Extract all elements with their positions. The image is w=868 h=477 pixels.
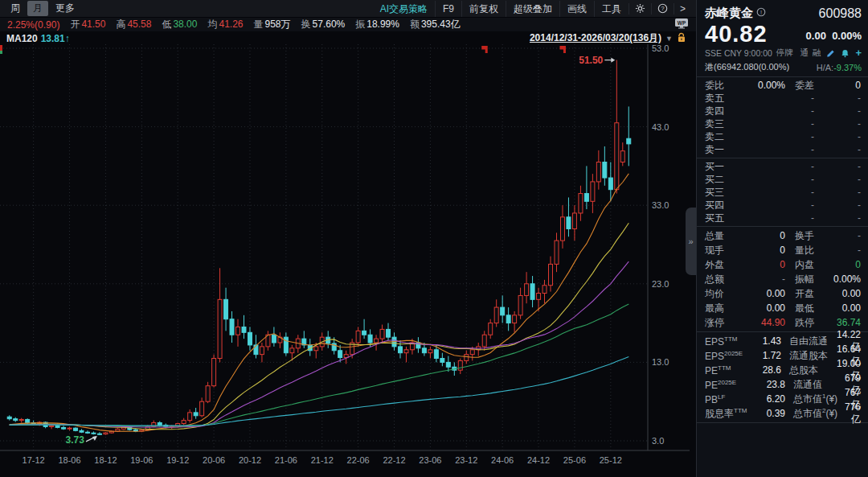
order-level-row: 买三-- — [697, 186, 868, 199]
svg-text:19-12: 19-12 — [166, 455, 189, 465]
ask-levels: 卖五--卖四--卖三--卖二--卖一-- — [697, 92, 868, 156]
menu-item-2[interactable]: 前复权 — [461, 1, 506, 17]
order-level-row: 买四-- — [697, 199, 868, 212]
wp-monitor-icon[interactable]: WP — [674, 18, 689, 31]
badge-tong: 通 — [800, 47, 809, 59]
svg-text:23-12: 23-12 — [455, 455, 477, 465]
svg-text:25-12: 25-12 — [600, 455, 622, 465]
tab-week[interactable]: 周 — [5, 1, 26, 16]
add-icon[interactable]: + — [855, 49, 862, 57]
order-level-row: 卖四-- — [697, 105, 868, 117]
high-annotation: 51.50 — [579, 55, 603, 66]
svg-text:17-12: 17-12 — [23, 455, 45, 465]
price-change: 0.00 0.00% — [806, 30, 862, 46]
ma-line-MA120 — [10, 357, 629, 426]
kline-chart[interactable]: 53.043.033.023.013.03.017-1218-0618-1219… — [0, 44, 690, 477]
chart-header: MA12013.81↑ 2014/12/31-2026/03/20(136月) … — [0, 32, 690, 44]
svg-text:21-06: 21-06 — [275, 455, 297, 465]
stat-item-6: 换57.60% — [301, 18, 346, 31]
tab-more[interactable]: 更多 — [50, 1, 80, 16]
last-price: 40.82 — [705, 22, 768, 46]
stat-item-7: 振18.99% — [355, 18, 399, 31]
tab-month[interactable]: 月 — [27, 1, 48, 16]
ma-legend-name: MA120 — [6, 33, 38, 44]
badge-rong: 融 — [813, 47, 821, 59]
bid-levels: 买一--买二--买三--买四--买五-- — [697, 160, 868, 224]
pencil-icon[interactable] — [826, 49, 835, 58]
svg-text:25-06: 25-06 — [563, 455, 586, 465]
svg-text:19-06: 19-06 — [130, 455, 153, 465]
order-level-row: 卖五-- — [697, 92, 868, 105]
svg-text:21-12: 21-12 — [311, 455, 334, 465]
candles-layer — [7, 60, 631, 435]
session-stats: 总量0换手-现手0量比-外盘0内盘0总额-振幅0.00%均价0.00开盘0.00… — [697, 228, 868, 330]
stock-name: 赤峰黄金 — [705, 6, 753, 21]
menu-item-1[interactable]: F9 — [435, 1, 461, 17]
ma-line-MA10 — [10, 174, 629, 431]
help-icon[interactable]: ? — [651, 3, 674, 14]
gear-icon[interactable] — [628, 3, 651, 14]
svg-text:24-12: 24-12 — [527, 455, 550, 465]
low-annotation: 3.73 — [66, 434, 85, 446]
svg-text:18-12: 18-12 — [94, 455, 117, 465]
svg-text:53.0: 53.0 — [652, 44, 669, 53]
suspended-badge: 停牌 — [776, 47, 793, 59]
event-mark-icon — [481, 46, 488, 53]
svg-text:3.0: 3.0 — [652, 436, 664, 446]
svg-text:33.0: 33.0 — [652, 200, 669, 210]
ha-premium-value: -9.37% — [833, 63, 862, 72]
order-level-row: 买二-- — [697, 173, 868, 186]
stat-item-4: 均41.26 — [207, 18, 243, 31]
stat-item-0: 2.25%(0.90) — [7, 19, 59, 31]
chevron-right-icon[interactable]: > — [674, 3, 691, 14]
quote-panel: 赤峰黄金 ! 600988 40.82 0.00 0.00% SSE CNY 9… — [696, 0, 868, 477]
unlock-icon[interactable] — [677, 32, 686, 45]
stat-item-2: 高45.58 — [116, 18, 151, 31]
event-mark-icon — [559, 46, 566, 53]
stat-row: 总额-振幅0.00% — [697, 272, 868, 286]
order-level-row: 买五-- — [697, 212, 868, 224]
ohlc-stats-bar: 2.25%(0.90)开41.50高45.58低38.00均41.26量958万… — [0, 18, 696, 31]
svg-text:23.0: 23.0 — [652, 279, 669, 289]
order-level-row: 卖三-- — [697, 117, 868, 130]
financial-row: 股息率TTM0.39总市值2(¥)776亿 — [697, 406, 868, 421]
svg-text:43.0: 43.0 — [652, 122, 669, 132]
panel-collapse-button[interactable]: » — [686, 208, 696, 275]
svg-text:22-06: 22-06 — [347, 455, 370, 465]
menu-item-5[interactable]: 工具 — [594, 1, 628, 17]
stat-item-5: 量958万 — [254, 18, 291, 31]
alert-bell-icon[interactable] — [841, 49, 850, 58]
svg-text:24-06: 24-06 — [491, 455, 514, 465]
ma-legend: MA12013.81↑ — [6, 33, 70, 44]
order-level-row: 卖一-- — [697, 143, 868, 156]
order-imbalance-row: 委比 0.00% 委差 0 — [697, 79, 868, 92]
menu-item-3[interactable]: 超级叠加 — [506, 1, 559, 17]
svg-text:20-06: 20-06 — [203, 455, 225, 465]
order-level-row: 买一-- — [697, 160, 868, 173]
stat-row: 总量0换手- — [697, 228, 868, 243]
ma-line-MA30 — [10, 261, 629, 427]
stat-row: 均价0.00开盘0.00 — [697, 286, 868, 301]
hk-price-line: 港(66942.080(0.00%) — [705, 61, 789, 73]
svg-text:13.0: 13.0 — [652, 357, 669, 367]
stat-row: 涨停44.90跌停36.74 — [697, 315, 868, 330]
ha-premium-label: H/A: — [817, 63, 833, 72]
stat-item-3: 低38.00 — [162, 18, 197, 31]
financial-stats: EPSTTM1.43自由流通14.22亿EPS2025E1.72流通股本16.6… — [697, 334, 868, 421]
date-range-control[interactable]: 2014/12/31-2026/03/20(136月) ▼ — [530, 31, 686, 45]
stat-item-8: 额395.43亿 — [410, 18, 461, 31]
svg-text:22-12: 22-12 — [383, 455, 405, 465]
info-icon[interactable]: ! — [756, 7, 766, 19]
stat-item-1: 开41.50 — [70, 18, 105, 31]
date-range-text[interactable]: 2014/12/31-2026/03/20(136月) — [530, 31, 661, 45]
svg-text:20-12: 20-12 — [239, 455, 261, 465]
chevron-down-icon[interactable]: ▼ — [665, 35, 673, 43]
stat-row: 外盘0内盘0 — [697, 257, 868, 272]
double-chevron-icon: » — [688, 236, 693, 246]
menu-item-4[interactable]: 画线 — [559, 1, 594, 17]
stat-row: 最高0.00最低0.00 — [697, 301, 868, 315]
menu-item-0[interactable]: AI交易策略 — [373, 1, 435, 17]
toolbar-menu: AI交易策略F9前复权超级叠加画线工具 ? > — [373, 0, 691, 17]
stat-row: 现手0量比- — [697, 243, 868, 257]
svg-text:!: ! — [760, 9, 762, 16]
